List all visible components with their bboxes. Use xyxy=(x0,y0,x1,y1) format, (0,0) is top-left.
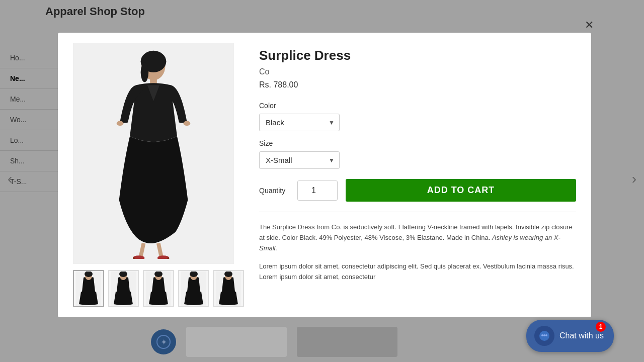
thumbnail-4[interactable] xyxy=(178,270,209,307)
svg-point-30 xyxy=(541,334,543,336)
chat-badge: 1 xyxy=(596,322,606,332)
divider xyxy=(259,212,576,212)
chat-label: Chat with us xyxy=(559,331,604,340)
quantity-label-text: Quantity xyxy=(259,187,289,195)
svg-rect-13 xyxy=(167,257,169,259)
thumbnail-3[interactable] xyxy=(143,270,174,307)
product-info-section: Surplice Dress Co Rs. 788.00 Color Black… xyxy=(259,43,576,307)
svg-point-31 xyxy=(543,334,545,336)
color-label: Color xyxy=(259,102,576,110)
product-price: Rs. 788.00 xyxy=(259,80,576,89)
dress-svg xyxy=(98,48,209,259)
product-images-section xyxy=(73,43,244,307)
product-title: Surplice Dress xyxy=(259,48,576,63)
svg-point-6 xyxy=(117,121,124,126)
svg-point-7 xyxy=(184,121,191,126)
size-select[interactable]: X-Small Small Medium Large xyxy=(259,151,340,169)
color-select-wrapper: Black White Blue ▼ xyxy=(259,114,340,131)
svg-rect-12 xyxy=(133,257,135,259)
modal-body: Surplice Dress Co Rs. 788.00 Color Black… xyxy=(58,33,591,317)
chat-icon xyxy=(534,326,554,346)
size-select-wrapper: X-Small Small Medium Large ▼ xyxy=(259,151,340,169)
thumbnail-list xyxy=(73,270,244,307)
product-description: The Surplice Dress from Co. is seductive… xyxy=(259,222,576,253)
close-button[interactable]: ✕ xyxy=(585,19,594,32)
add-to-cart-button[interactable]: ADD TO CART xyxy=(346,179,576,202)
product-description-extra: Lorem ipsum dolor sit amet, consectetur … xyxy=(259,261,576,283)
product-brand: Co xyxy=(259,67,576,76)
chat-widget[interactable]: Chat with us 1 xyxy=(526,320,614,352)
thumbnail-1[interactable] xyxy=(73,270,104,307)
svg-point-32 xyxy=(545,334,547,336)
thumbnail-2[interactable] xyxy=(108,270,139,307)
color-select[interactable]: Black White Blue xyxy=(259,114,340,131)
size-label: Size xyxy=(259,139,576,147)
main-product-image xyxy=(73,43,234,264)
thumbnail-5[interactable] xyxy=(213,270,244,307)
quantity-input[interactable] xyxy=(297,180,338,201)
svg-point-4 xyxy=(141,62,149,82)
product-modal: ✕ xyxy=(58,33,591,317)
quantity-row: Quantity ADD TO CART xyxy=(259,179,576,202)
modal-overlay: ✕ xyxy=(0,0,644,362)
